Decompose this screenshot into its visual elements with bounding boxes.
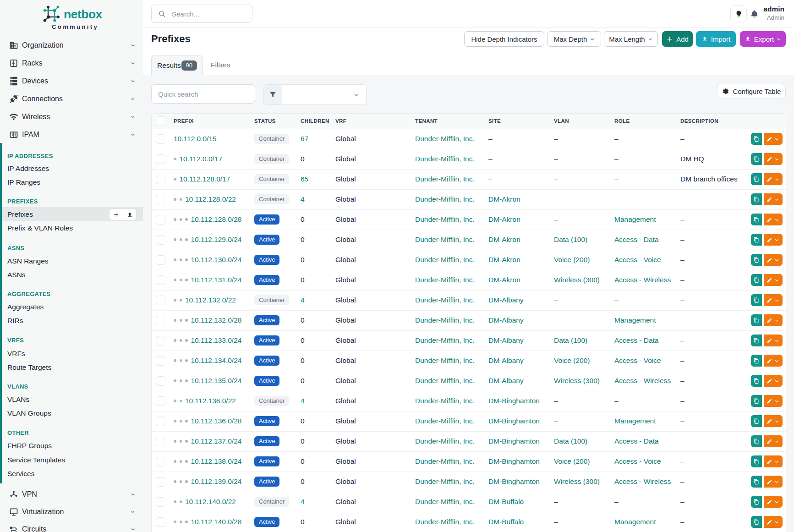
- svg-text:netbox: netbox: [64, 7, 103, 21]
- svg-text:Community: Community: [52, 23, 99, 30]
